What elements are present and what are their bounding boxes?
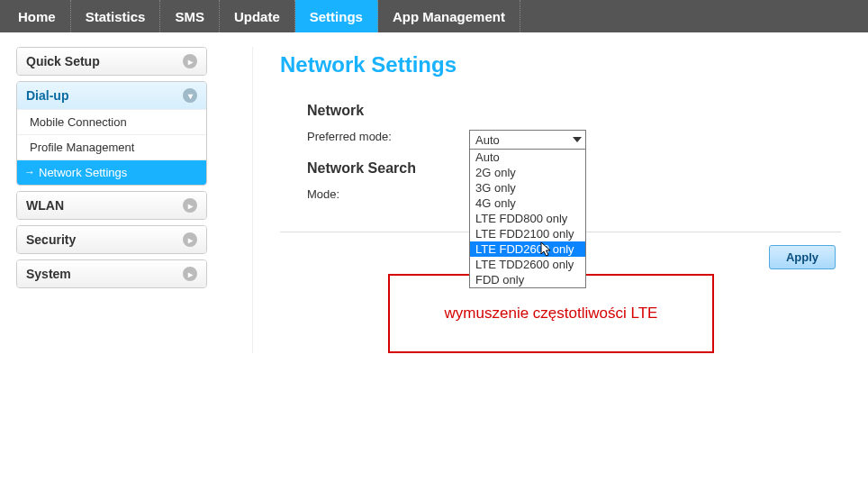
network-section: Network Preferred mode: Auto Auto2G only…: [307, 103, 841, 201]
sidebar-head-label: WLAN: [26, 198, 64, 213]
caret-down-icon: [573, 137, 582, 142]
dropdown-option[interactable]: 2G only: [470, 165, 585, 180]
chevron-right-icon: ▸: [183, 198, 197, 213]
nav-item-settings[interactable]: Settings: [295, 0, 378, 32]
nav-item-app-management[interactable]: App Management: [378, 0, 520, 32]
top-nav: HomeStatisticsSMSUpdateSettingsApp Manag…: [0, 0, 868, 32]
main-content: Network Settings Network Preferred mode:…: [252, 47, 859, 353]
dropdown-option[interactable]: LTE FDD800 only: [470, 211, 585, 226]
sidebar-head-label: Dial-up: [26, 88, 68, 103]
nav-item-statistics[interactable]: Statistics: [71, 0, 161, 32]
apply-button[interactable]: Apply: [769, 245, 836, 269]
nav-item-sms[interactable]: SMS: [160, 0, 220, 32]
sidebar-item-network-settings[interactable]: Network Settings: [17, 159, 206, 185]
preferred-mode-select[interactable]: Auto: [469, 130, 586, 150]
preferred-mode-dropdown[interactable]: Auto2G only3G only4G onlyLTE FDD800 only…: [469, 149, 586, 288]
sidebar-head-label: System: [26, 267, 71, 281]
sidebar-head-system[interactable]: System▸: [17, 260, 206, 287]
dropdown-option[interactable]: 3G only: [470, 180, 585, 195]
page-container: Quick Setup▸Dial-up▾Mobile ConnectionPro…: [0, 32, 868, 353]
sidebar-group-quick-setup: Quick Setup▸: [16, 47, 207, 76]
nav-item-update[interactable]: Update: [220, 0, 295, 32]
sidebar-head-security[interactable]: Security▸: [17, 226, 206, 253]
sidebar-item-profile-management[interactable]: Profile Management: [17, 134, 206, 159]
sidebar-head-dial-up[interactable]: Dial-up▾: [17, 82, 206, 109]
sidebar: Quick Setup▸Dial-up▾Mobile ConnectionPro…: [16, 47, 207, 353]
chevron-down-icon: ▾: [183, 88, 197, 103]
preferred-mode-label: Preferred mode:: [307, 130, 469, 143]
sidebar-head-quick-setup[interactable]: Quick Setup▸: [17, 48, 206, 75]
sidebar-group-wlan: WLAN▸: [16, 191, 207, 220]
dropdown-option[interactable]: 4G only: [470, 195, 585, 211]
preferred-mode-value: Auto: [475, 133, 500, 147]
page-title: Network Settings: [280, 52, 841, 77]
dropdown-option[interactable]: Auto: [470, 150, 585, 165]
chevron-right-icon: ▸: [183, 232, 197, 247]
dropdown-option[interactable]: LTE TDD2600 only: [470, 257, 585, 272]
chevron-right-icon: ▸: [183, 54, 197, 68]
sidebar-group-system: System▸: [16, 259, 207, 288]
annotation-text: wymuszenie częstotliwości LTE: [445, 305, 658, 323]
sidebar-head-label: Quick Setup: [26, 54, 100, 68]
sidebar-group-security: Security▸: [16, 225, 207, 254]
sidebar-head-wlan[interactable]: WLAN▸: [17, 192, 206, 219]
preferred-mode-row: Preferred mode: Auto Auto2G only3G only4…: [307, 130, 841, 150]
chevron-right-icon: ▸: [183, 267, 197, 281]
sidebar-sub-list: Mobile ConnectionProfile ManagementNetwo…: [17, 109, 206, 185]
sidebar-head-label: Security: [26, 232, 76, 247]
sidebar-item-mobile-connection[interactable]: Mobile Connection: [17, 109, 206, 134]
network-heading: Network: [307, 103, 841, 119]
preferred-mode-select-wrap: Auto Auto2G only3G only4G onlyLTE FDD800…: [469, 130, 586, 150]
dropdown-option[interactable]: LTE FDD2100 only: [470, 226, 585, 241]
mode-label: Mode:: [307, 187, 469, 201]
dropdown-option[interactable]: LTE FDD2600 only: [470, 241, 585, 257]
dropdown-option[interactable]: FDD only: [470, 272, 585, 287]
nav-item-home[interactable]: Home: [9, 0, 71, 32]
sidebar-group-dial-up: Dial-up▾Mobile ConnectionProfile Managem…: [16, 81, 207, 186]
